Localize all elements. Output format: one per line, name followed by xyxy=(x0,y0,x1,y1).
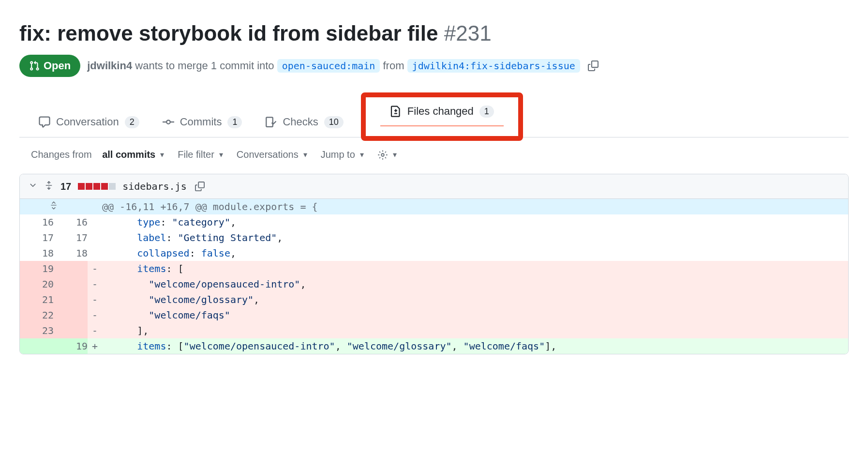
tab-count: 10 xyxy=(324,116,344,128)
diff-row: 20- "welcome/opensauced-intro", xyxy=(20,276,848,292)
merge-description: jdwilkin4 wants to merge 1 commit into o… xyxy=(87,60,580,72)
git-pr-icon xyxy=(29,61,40,71)
diff-sign: - xyxy=(88,276,102,292)
diff-table: @@ -16,11 +16,7 @@ module.exports = { 16… xyxy=(20,199,848,354)
state-label: Open xyxy=(44,60,71,72)
diff-sign: - xyxy=(88,261,102,276)
diff-code: "welcome/glossary", xyxy=(102,292,848,307)
copy-path-icon[interactable] xyxy=(194,180,206,193)
line-num-old[interactable] xyxy=(20,338,54,354)
pr-number: #231 xyxy=(444,21,492,45)
diff-row: 22- "welcome/faqs" xyxy=(20,307,848,323)
head-branch[interactable]: jdwilkin4:fix-sidebars-issue xyxy=(407,59,580,73)
checklist-icon xyxy=(265,116,277,128)
diff-code: type: "category", xyxy=(102,214,848,230)
line-num-new[interactable] xyxy=(54,323,88,338)
changes-from-dropdown[interactable]: Changes from all commits xyxy=(31,149,164,160)
tab-checks[interactable]: Checks 10 xyxy=(255,108,353,137)
commit-icon xyxy=(163,116,174,128)
hunk-header-row: @@ -16,11 +16,7 @@ module.exports = { xyxy=(20,199,848,214)
file-diff: 17 sidebars.js @@ -16,11 +16,7 @@ module… xyxy=(19,174,849,354)
pr-meta: Open jdwilkin4 wants to merge 1 commit i… xyxy=(19,55,849,77)
diff-code: items: ["welcome/opensauced-intro", "wel… xyxy=(102,338,848,354)
diff-toolbar: Changes from all commits File filter Con… xyxy=(19,147,849,162)
line-num-new[interactable] xyxy=(54,261,88,276)
diff-sign: + xyxy=(88,338,102,354)
line-num-new[interactable]: 19 xyxy=(54,338,88,354)
expand-all-icon[interactable] xyxy=(44,181,54,193)
tab-label: Commits xyxy=(180,116,222,128)
diff-sign: - xyxy=(88,292,102,307)
svg-point-7 xyxy=(381,153,384,156)
diff-row: 19+ items: ["welcome/opensauced-intro", … xyxy=(20,338,848,354)
svg-rect-3 xyxy=(267,117,273,127)
diff-sign xyxy=(88,230,102,245)
tab-conversation[interactable]: Conversation 2 xyxy=(29,108,149,137)
conversations-dropdown[interactable]: Conversations xyxy=(237,149,307,160)
diff-row: 1818 collapsed: false, xyxy=(20,245,848,261)
line-num-old[interactable]: 17 xyxy=(20,230,54,245)
base-branch[interactable]: open-sauced:main xyxy=(277,59,380,73)
line-num-old[interactable]: 23 xyxy=(20,323,54,338)
gear-icon xyxy=(377,150,388,160)
file-header: 17 sidebars.js xyxy=(20,174,848,199)
diff-code: items: [ xyxy=(102,261,848,276)
line-num-old[interactable]: 22 xyxy=(20,307,54,323)
diff-code: "welcome/opensauced-intro", xyxy=(102,276,848,292)
collapse-file-icon[interactable] xyxy=(29,181,37,192)
copy-branch-icon[interactable] xyxy=(587,60,599,72)
line-num-old[interactable]: 21 xyxy=(20,292,54,307)
comment-icon xyxy=(39,116,50,128)
diff-row: 1717 label: "Getting Started", xyxy=(20,230,848,245)
diff-settings-dropdown[interactable] xyxy=(377,150,397,160)
tab-label: Checks xyxy=(283,116,318,128)
diff-row: 19- items: [ xyxy=(20,261,848,276)
author-link[interactable]: jdwilkin4 xyxy=(87,60,132,72)
diff-sign xyxy=(88,214,102,230)
diff-sign xyxy=(88,245,102,261)
file-name[interactable]: sidebars.js xyxy=(122,181,186,192)
tab-count: 2 xyxy=(125,116,139,128)
hunk-header: @@ -16,11 +16,7 @@ module.exports = { xyxy=(102,199,848,214)
diffstat xyxy=(78,183,116,190)
diff-code: collapsed: false, xyxy=(102,245,848,261)
line-num-new[interactable]: 18 xyxy=(54,245,88,261)
pr-tabs: Conversation 2 Commits 1 Checks 10 Files… xyxy=(19,96,849,137)
tab-count: 1 xyxy=(479,106,494,118)
diff-sign: - xyxy=(88,323,102,338)
pr-title-text: fix: remove storybook id from sidebar fi… xyxy=(19,21,438,45)
tab-label: Conversation xyxy=(56,116,119,128)
diff-code: ], xyxy=(102,323,848,338)
pr-title: fix: remove storybook id from sidebar fi… xyxy=(19,19,849,47)
expand-up-icon[interactable] xyxy=(49,201,58,213)
line-num-new[interactable] xyxy=(54,292,88,307)
line-num-old[interactable]: 18 xyxy=(20,245,54,261)
state-badge: Open xyxy=(19,55,80,77)
line-num-new[interactable]: 16 xyxy=(54,214,88,230)
line-num-new[interactable]: 17 xyxy=(54,230,88,245)
line-num-new[interactable] xyxy=(54,276,88,292)
file-diff-icon xyxy=(390,106,402,117)
jump-to-dropdown[interactable]: Jump to xyxy=(321,149,364,160)
diff-sign: - xyxy=(88,307,102,323)
line-num-new[interactable] xyxy=(54,307,88,323)
tab-label: Files changed xyxy=(407,105,474,118)
diff-row: 1616 type: "category", xyxy=(20,214,848,230)
diff-row: 21- "welcome/glossary", xyxy=(20,292,848,307)
highlight-annotation: Files changed 1 xyxy=(361,92,523,141)
tab-commits[interactable]: Commits 1 xyxy=(153,108,252,137)
line-num-old[interactable]: 20 xyxy=(20,276,54,292)
line-num-old[interactable]: 16 xyxy=(20,214,54,230)
diff-row: 23- ], xyxy=(20,323,848,338)
file-filter-dropdown[interactable]: File filter xyxy=(178,149,223,160)
line-num-old[interactable]: 19 xyxy=(20,261,54,276)
diff-lines-count: 17 xyxy=(60,181,71,192)
diff-code: "welcome/faqs" xyxy=(102,307,848,323)
tab-files-changed[interactable]: Files changed 1 xyxy=(380,97,504,126)
diff-code: label: "Getting Started", xyxy=(102,230,848,245)
tab-count: 1 xyxy=(227,116,242,128)
svg-point-0 xyxy=(166,120,170,124)
